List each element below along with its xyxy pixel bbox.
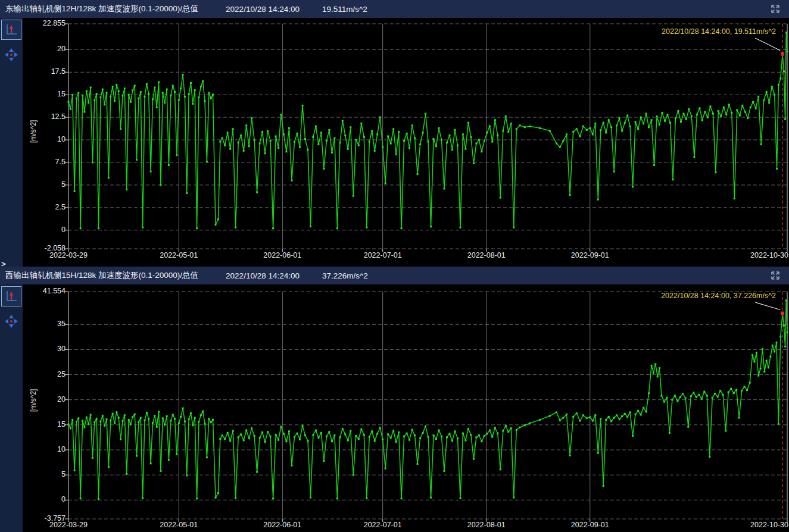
x-tick-label: 2022-06-01 bbox=[256, 251, 308, 259]
y-tick-label: 20 bbox=[23, 45, 66, 53]
cursor-annotation: 2022/10/28 14:24:00, 37.226m/s^2 bbox=[661, 292, 776, 300]
x-tick-label: 2022-05-01 bbox=[152, 521, 205, 529]
panel-collapse-chevron[interactable]: > bbox=[1, 261, 6, 268]
y-tick-label: 35 bbox=[23, 320, 66, 328]
y-tick-label: 12.5 bbox=[23, 112, 66, 121]
y-tick-label: 30 bbox=[23, 345, 66, 353]
pan-move-tool-button[interactable] bbox=[1, 311, 21, 331]
y-tick-label: 7.5 bbox=[23, 158, 66, 166]
x-tick-label: 2022-07-01 bbox=[357, 521, 409, 529]
x-tick-label: 2022-06-01 bbox=[256, 521, 308, 529]
x-tick-label: 2022-08-01 bbox=[460, 521, 513, 529]
y-tick-label: 15 bbox=[23, 420, 66, 428]
y-tick-label: 5 bbox=[23, 180, 66, 189]
x-tick-label: 2022-08-01 bbox=[460, 251, 513, 259]
x-tick-label: 2022-09-01 bbox=[564, 521, 616, 529]
chart-toolbar bbox=[0, 284, 23, 532]
y-tick-label: 22.855 bbox=[23, 19, 66, 27]
y-tick-label: 41.554 bbox=[23, 287, 66, 295]
chart-area[interactable]: [m/s^2] 2022/10/28 14:24:00, 19.511m/s^2… bbox=[0, 18, 789, 267]
y-tick-label: 20 bbox=[23, 395, 66, 403]
channel-title: 东输出轴轧机侧12H/128k 加速度波形(0.1-20000)/总值 bbox=[5, 4, 198, 14]
panel-titlebar: 西输出轴轧机侧15H/128k 加速度波形(0.1-20000)/总值 2022… bbox=[0, 267, 789, 284]
expand-fullscreen-icon[interactable] bbox=[768, 2, 783, 15]
expand-fullscreen-icon[interactable] bbox=[768, 269, 783, 282]
x-tick-label: 2022-05-01 bbox=[152, 251, 205, 259]
y-tick-label: 5 bbox=[23, 470, 66, 478]
panel-titlebar: 东输出轴轧机侧12H/128k 加速度波形(0.1-20000)/总值 2022… bbox=[0, 0, 789, 18]
y-tick-label: 25 bbox=[23, 370, 66, 378]
cursor-value: 37.226m/s^2 bbox=[322, 271, 368, 280]
y-tick-label: 0 bbox=[23, 495, 66, 503]
x-tick-label: 2022-09-01 bbox=[564, 251, 616, 259]
cursor-timestamp: 2022/10/28 14:24:00 bbox=[226, 5, 300, 14]
trend-chart-tool-button[interactable] bbox=[1, 20, 21, 40]
cursor-timestamp: 2022/10/28 14:24:00 bbox=[226, 271, 300, 280]
y-tick-label: 15 bbox=[23, 90, 66, 98]
chart-area[interactable]: [m/s^2] 2022/10/28 14:24:00, 37.226m/s^2… bbox=[0, 284, 789, 532]
y-tick-label: 17.5 bbox=[23, 67, 66, 76]
x-tick-label: 2022-03-29 bbox=[42, 521, 95, 529]
vibration-monitor-window: 东输出轴轧机侧12H/128k 加速度波形(0.1-20000)/总值 2022… bbox=[0, 0, 789, 532]
cursor-annotation: 2022/10/28 14:24:00, 19.511m/s^2 bbox=[662, 27, 776, 36]
trend-chart-tool-button[interactable] bbox=[1, 286, 21, 306]
x-tick-label: 2022-07-01 bbox=[357, 251, 409, 259]
pan-move-tool-button[interactable] bbox=[1, 45, 21, 65]
chart-toolbar bbox=[0, 18, 23, 267]
x-tick-label: 2022-10-30 bbox=[736, 251, 788, 259]
trend-plot[interactable] bbox=[0, 284, 789, 532]
x-tick-label: 2022-03-29 bbox=[42, 251, 95, 259]
y-tick-label: 10 bbox=[23, 445, 66, 453]
x-tick-label: 2022-10-30 bbox=[736, 521, 788, 529]
y-tick-label: 0 bbox=[23, 226, 66, 234]
channel-title: 西输出轴轧机侧15H/128k 加速度波形(0.1-20000)/总值 bbox=[5, 270, 198, 281]
trend-plot[interactable] bbox=[0, 18, 789, 267]
cursor-value: 19.511m/s^2 bbox=[322, 5, 367, 14]
y-tick-label: 2.5 bbox=[23, 203, 66, 211]
y-tick-label: 10 bbox=[23, 135, 66, 143]
trend-panel-east: 东输出轴轧机侧12H/128k 加速度波形(0.1-20000)/总值 2022… bbox=[0, 0, 789, 267]
trend-panel-west: > 西输出轴轧机侧15H/128k 加速度波形(0.1-20000)/总值 20… bbox=[0, 267, 789, 532]
